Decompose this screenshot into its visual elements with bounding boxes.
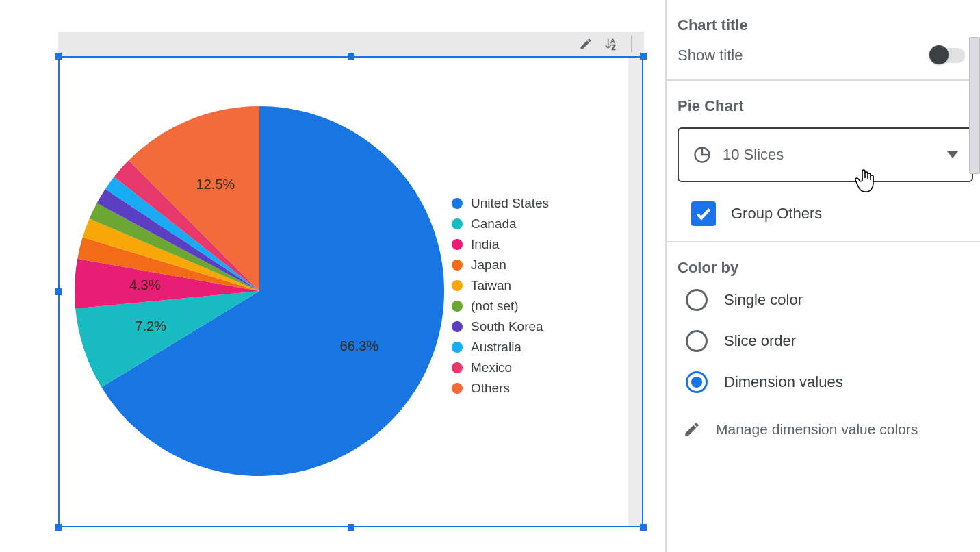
color-by-dimension-values[interactable]: Dimension values: [686, 371, 965, 393]
chevron-down-icon: [947, 151, 958, 158]
selection-handle[interactable]: [348, 53, 354, 60]
sort-az-icon[interactable]: [604, 37, 617, 51]
color-by-slice-order[interactable]: Slice order: [686, 330, 965, 352]
legend-label: South Korea: [471, 316, 543, 337]
pie-chart-section: Pie Chart 10 Slices Group Others: [667, 81, 980, 242]
selection-handle[interactable]: [55, 524, 62, 531]
panel-scrollbar[interactable]: [969, 37, 980, 174]
legend-item[interactable]: Mexico: [452, 357, 549, 378]
selection-handle[interactable]: [348, 524, 354, 531]
chart-canvas: 66.3%7.2%4.3%12.5% United StatesCanadaIn…: [0, 0, 654, 552]
legend-item[interactable]: Taiwan: [452, 275, 549, 296]
legend-item[interactable]: United States: [452, 193, 549, 214]
selection-handle[interactable]: [55, 53, 62, 60]
legend-label: United States: [471, 193, 549, 214]
manage-colors-label: Manage dimension value colors: [716, 421, 918, 438]
radio-icon: [686, 371, 708, 393]
manage-dimension-colors[interactable]: Manage dimension value colors: [683, 421, 965, 438]
legend-label: Japan: [471, 255, 506, 275]
legend-item[interactable]: Others: [452, 378, 549, 399]
radio-icon: [686, 330, 708, 352]
legend-label: Canada: [471, 214, 517, 234]
section-header: Chart title: [678, 16, 965, 34]
pie-legend: United StatesCanadaIndiaJapanTaiwan(not …: [452, 193, 549, 399]
selection-handle[interactable]: [640, 53, 647, 60]
pie-icon: [693, 145, 712, 164]
slice-label: 66.3%: [340, 338, 379, 353]
radio-label: Slice order: [724, 332, 796, 350]
slice-label: 12.5%: [196, 177, 235, 192]
radio-label: Dimension values: [724, 373, 843, 391]
legend-swatch: [452, 218, 463, 229]
legend-swatch: [452, 260, 463, 271]
legend-swatch: [452, 342, 463, 353]
legend-label: Mexico: [471, 357, 512, 378]
legend-label: Australia: [471, 337, 521, 357]
pencil-icon[interactable]: [579, 37, 593, 51]
legend-swatch: [452, 301, 463, 312]
chart-title-section: Chart title Show title: [667, 0, 980, 81]
section-header: Pie Chart: [678, 97, 965, 115]
legend-swatch: [452, 239, 463, 250]
legend-item[interactable]: India: [452, 234, 549, 255]
radio-icon: [686, 289, 708, 311]
slice-label: 7.2%: [135, 318, 166, 334]
legend-swatch: [452, 321, 463, 332]
slice-label: 4.3%: [129, 277, 161, 292]
legend-swatch: [452, 280, 463, 291]
show-title-label: Show title: [678, 47, 743, 64]
section-header: Color by: [678, 259, 965, 277]
legend-label: India: [471, 234, 499, 255]
pie-chart: 66.3%7.2%4.3%12.5%: [71, 99, 448, 483]
legend-swatch: [452, 362, 463, 373]
legend-label: Taiwan: [471, 275, 511, 296]
group-others-label: Group Others: [731, 205, 822, 223]
legend-item[interactable]: (not set): [452, 296, 549, 316]
group-others-checkbox[interactable]: [691, 201, 716, 226]
legend-item[interactable]: Canada: [452, 214, 549, 234]
selection-handle[interactable]: [55, 288, 62, 295]
color-by-single-color[interactable]: Single color: [686, 289, 965, 311]
slices-dropdown[interactable]: 10 Slices: [678, 127, 973, 182]
toolbar-divider: [631, 36, 632, 52]
color-by-section: Color by Single color Slice order Dimens…: [667, 242, 980, 453]
legend-swatch: [452, 198, 463, 209]
legend-item[interactable]: Japan: [452, 255, 549, 275]
pencil-icon: [683, 421, 701, 438]
radio-label: Single color: [724, 291, 803, 309]
legend-item[interactable]: South Korea: [452, 316, 549, 337]
legend-item[interactable]: Australia: [452, 337, 549, 357]
legend-swatch: [452, 383, 463, 394]
show-title-toggle[interactable]: [931, 48, 965, 63]
legend-label: (not set): [471, 296, 519, 316]
slices-dropdown-label: 10 Slices: [723, 146, 784, 164]
selection-handle[interactable]: [640, 524, 647, 531]
properties-panel: Chart title Show title Pie Chart 10 Slic…: [665, 0, 980, 552]
legend-label: Others: [471, 378, 510, 399]
